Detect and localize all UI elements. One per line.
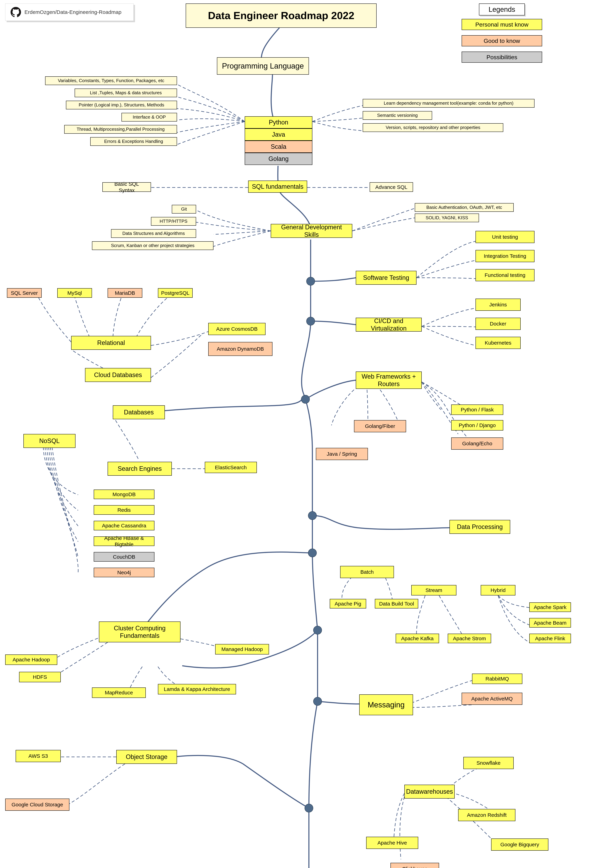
node-py-c: Pointer (Logical imp.), Structures, Meth… — [66, 101, 177, 109]
node-dynamo: Amazon DynamoDB — [208, 342, 272, 356]
node-scala: Scala — [245, 141, 312, 153]
node-mariadb: MariaDB — [108, 288, 142, 298]
node-auth: Basic Authentication, OAuth, JWT, etc — [415, 203, 514, 212]
node-dataproc: Data Processing — [450, 520, 510, 534]
node-kafka: Apache Kafka — [396, 634, 439, 643]
node-python: Python — [245, 116, 312, 129]
node-unit: Unit testing — [476, 231, 535, 243]
node-strom: Apache Strom — [448, 634, 491, 643]
node-batch: Batch — [340, 566, 394, 578]
node-vcs: Version, scripts, repository and other p… — [363, 123, 503, 132]
node-echo: Golang/Echo — [451, 437, 503, 450]
junction-7 — [313, 697, 322, 706]
node-redshift: Amazon Redshift — [458, 809, 515, 821]
node-cluster: Cluster Computing Fundamentals — [99, 622, 181, 642]
junction-3 — [301, 395, 310, 404]
node-gcs: Google Cloud Storage — [5, 798, 70, 811]
roadmap-canvas: { "github": {"repo":"ErdemOzgen/Data-Eng… — [0, 0, 606, 868]
node-jenkins: Jenkins — [476, 299, 521, 311]
node-semver: Semantic versioning — [363, 111, 432, 120]
node-redis: Redis — [94, 505, 155, 515]
node-docker: Docker — [476, 318, 521, 330]
node-elastic: ElasticSearch — [205, 462, 257, 473]
node-objstore: Object Storage — [116, 750, 177, 764]
node-postgres: PostgreSQL — [158, 288, 193, 298]
node-sql-fundamentals: SQL fundamentals — [248, 181, 307, 193]
junction-1 — [306, 277, 315, 285]
node-dwh: Datawarehouses — [404, 785, 454, 798]
node-java: Java — [245, 129, 312, 141]
node-neo4j: Neo4j — [94, 568, 155, 577]
node-gds: General Development Skills — [271, 224, 352, 238]
node-git: Git — [172, 205, 196, 214]
legend-poss: Possibilities — [462, 51, 542, 63]
node-couch: CouchDB — [94, 552, 155, 562]
node-search: Search Engines — [108, 462, 172, 476]
node-rabbit: RabbitMQ — [472, 674, 523, 684]
node-cosmos: Azure CosmosDB — [208, 323, 266, 335]
legend-must: Personal must know — [462, 19, 542, 30]
node-fiber: Golang/Fiber — [354, 420, 406, 432]
node-http: HTTP/HTTPS — [151, 217, 196, 226]
node-hive: Apache Hive — [366, 837, 418, 849]
github-repo-text: ErdemOzgen/Data-Engineering-Roadmap — [25, 9, 122, 15]
junction-6 — [313, 626, 322, 634]
node-mhadoop: Managed Hadoop — [215, 644, 269, 654]
node-integ: Integration Testing — [476, 250, 535, 262]
node-flink: Apache Flink — [529, 634, 571, 643]
junction-8 — [305, 804, 313, 812]
junction-4 — [308, 511, 317, 520]
node-hybrid: Hybrid — [481, 585, 515, 595]
github-icon — [11, 7, 21, 17]
node-dbt: Data Build Tool — [375, 599, 418, 608]
node-webfw: Web Frameworks + Routers — [356, 372, 422, 389]
node-pig: Apache Pig — [330, 599, 366, 608]
node-py-a: Variables, Constants, Types, Function, P… — [45, 76, 177, 85]
node-mongo: MongoDB — [94, 490, 155, 499]
node-py-d: Interface & OOP — [122, 113, 177, 121]
node-deptool: Learn dependency management tool(example… — [363, 99, 535, 108]
node-mapred: MapReduce — [92, 687, 146, 698]
node-clickhouse: Clickhouse — [391, 863, 439, 868]
legend-heading: Legends — [479, 3, 525, 16]
node-activemq: Apache ActiveMQ — [462, 693, 523, 705]
junction-5 — [308, 549, 317, 557]
node-py-f: Errors & Exceptions Handling — [90, 137, 177, 146]
node-scrum: Scrum, Kanban or other project strategie… — [92, 241, 213, 250]
node-cicd: CI/CD and Virtualization — [356, 318, 422, 332]
roadmap-title: Data Engineer Roadmap 2022 — [186, 3, 377, 28]
node-mysql: MySql — [57, 288, 92, 298]
node-k8s: Kubernetes — [476, 337, 521, 349]
legend: Legends Personal must know Good to know … — [462, 3, 542, 68]
node-bigquery: Google Bigquery — [491, 839, 549, 851]
node-msg: Messaging — [359, 694, 413, 715]
node-beam: Apache Beam — [529, 618, 571, 628]
node-spark: Apache Spark — [529, 602, 571, 612]
node-solid: SOLID, YAGNI, KISS — [415, 214, 479, 222]
junction-2 — [306, 317, 315, 326]
node-stest: Software Testing — [356, 271, 416, 285]
node-sqlserver: SQL Server — [7, 288, 42, 298]
node-cassandra: Apache Cassandra — [94, 521, 155, 530]
node-spring: Java / Spring — [316, 448, 368, 460]
node-programming-language: Programming Language — [217, 57, 309, 74]
node-stream: Stream — [411, 585, 456, 595]
node-lamda: Lamda & Kappa Architecture — [158, 684, 236, 694]
github-repo-badge[interactable]: ErdemOzgen/Data-Engineering-Roadmap — [5, 3, 134, 21]
node-s3: AWS S3 — [15, 750, 61, 762]
node-relational: Relational — [71, 336, 151, 350]
legend-good: Good to know — [462, 35, 542, 46]
node-databases: Databases — [113, 405, 165, 419]
node-django: Python / Django — [451, 420, 503, 431]
node-basic-sql: Basic SQL Syntax — [102, 182, 151, 192]
node-func: Functional testing — [476, 269, 535, 281]
node-py-e: Thread, Multiprocessing,Parallel Process… — [64, 125, 177, 134]
node-hadoop: Apache Hadoop — [5, 654, 57, 665]
node-py-b: List ,Tuples, Maps & data structures — [75, 88, 177, 97]
node-adv-sql: Advance SQL — [369, 182, 413, 192]
node-hdfs: HDFS — [19, 672, 61, 682]
node-flask: Python / Flask — [451, 405, 503, 415]
node-snowflake: Snowflake — [463, 757, 514, 769]
node-dsa: Data Structures and Algorithms — [111, 229, 196, 238]
node-nosql: NoSQL — [23, 434, 76, 448]
